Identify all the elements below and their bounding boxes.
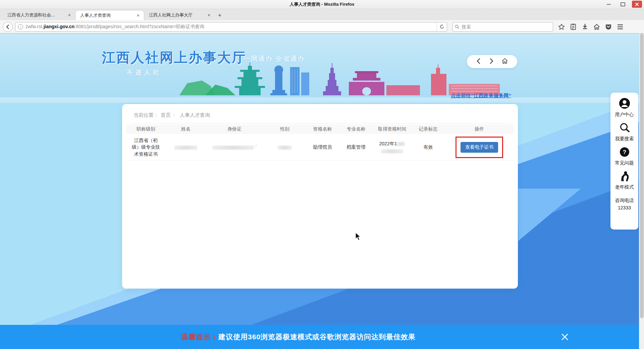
pocket-icon[interactable] [605,23,612,31]
column-header: 身份证 [206,126,263,132]
column-header: 资格名称 [307,126,338,132]
page-viewport: 江西人社网上办事大厅 一网通办 全省通办 不进人社 点击前往“江西政务服务网” … [0,34,644,349]
sidebar-item-elder-mode[interactable]: 老年模式 [615,170,634,190]
skyline-reflection [0,97,644,103]
sidebar-item-search[interactable]: 我要搜索 [615,122,634,142]
close-window-icon[interactable] [632,1,642,8]
sidebar-item-faq[interactable]: ? 常见问题 [615,146,634,166]
gov-portal-link[interactable]: 点击前往“江西政务服务网” [451,93,511,99]
red-highlight-box: 查看电子证书 [455,137,503,158]
tab-personnel-query[interactable]: 人事人才类查询 × [75,10,144,20]
banner-back-icon[interactable] [476,58,481,65]
hotline-label: 咨询电话 [615,197,634,204]
scrollbar-thumb[interactable] [640,34,644,318]
url-bar[interactable]: i zwfw.rst.jiangxi.gov.cn:8081/jxrsdt/pa… [15,22,447,32]
breadcrumb-label: 当前位置： [133,112,159,118]
redacted-gender [278,146,292,150]
firefox-window: 人事人才类查询 - Mozilla Firefox 江西省人力资源和社会... … [0,0,644,349]
title-level-value: 江西省（初级）级专业技术资格证书 [126,137,166,157]
site-banner: 江西人社网上办事大厅 一网通办 全省通办 不进人社 点击前往“江西政务服务网” [0,34,644,103]
notice-close-icon[interactable] [559,332,570,342]
bookmarks-library-icon[interactable] [570,23,577,31]
redacted-id-number [212,146,254,150]
date-cell: 2022年1 [374,141,411,154]
redacted-date-line2 [381,149,403,153]
major-value: 档案管理 [338,144,374,150]
sidebar-item-label: 我要搜索 [615,136,634,142]
column-header: 取得资格时间 [374,126,411,132]
gender-cell [263,145,307,150]
new-tab-button[interactable]: + [215,11,225,20]
column-header: 操作 [446,126,513,132]
window-title: 人事人才类查询 - Mozilla Firefox [290,1,355,7]
site-title: 江西人社网上办事大厅 [102,48,246,67]
mouse-cursor [355,232,362,241]
sidebar-item-user-center[interactable]: 用户中心 [615,97,634,118]
question-icon: ? [619,146,630,158]
divider [129,123,511,123]
bookmark-star-icon[interactable] [558,23,565,31]
column-header: 记录标志 [411,126,446,132]
site-info-icon[interactable]: i [18,24,23,30]
date-visible: 2022年1 [379,141,397,146]
tab-service-hall[interactable]: 江西人社网上办事大厅 × [144,10,215,20]
svg-text:?: ? [623,149,626,155]
page-scrollbar[interactable] [639,34,644,349]
toolbar-icons [558,23,624,31]
notice-body: 建议使用360浏览器极速模式或谷歌浏览器访问达到最佳效果 [218,333,416,341]
tab-close-icon[interactable]: × [67,12,72,18]
breadcrumb-home-link[interactable]: 首页 [161,112,171,118]
sidebar-item-label: 常见问题 [615,160,634,166]
search-icon [619,122,630,134]
window-controls [604,1,642,8]
banner-forward-icon[interactable] [489,58,494,65]
back-button[interactable] [3,22,13,32]
site-slogan: 一网通办 全省通办 [244,54,305,63]
redaction-mark: ·' [255,145,256,148]
name-cell [166,145,206,150]
status-value: 有效 [411,144,446,150]
table-row: 江西省（初级）级专业技术资格证书 ·' 助理馆员 档案管理 2022年1 有效 … [126,134,514,161]
minimize-icon[interactable] [604,1,614,8]
url-text: zwfw.rst.jiangxi.gov.cn:8081/jxrsdt/page… [25,24,437,30]
tab-strip: 江西省人力资源和社会... × 人事人才类查询 × 江西人社网上办事大厅 × + [0,9,644,20]
hotline-info: 咨询电话 12333 [615,197,634,212]
city-skyline-illustration [0,52,644,103]
view-certificate-button[interactable]: 查看电子证书 [461,142,498,153]
certificate-table: 职称级别 姓名 身份证 性别 资格名称 专业名称 取得资格时间 记录标志 操作 … [126,124,514,161]
menu-hamburger-icon[interactable] [616,23,624,31]
maximize-icon[interactable] [618,1,628,8]
notice-text: 温馨提示：建议使用360浏览器极速模式或谷歌浏览器访问达到最佳效果 [0,332,597,342]
sidebar-item-label: 老年模式 [615,184,634,190]
redacted-name [174,146,197,150]
home-icon[interactable] [593,23,600,31]
bottom-notice-bar: 温馨提示：建议使用360浏览器极速模式或谷歌浏览器访问达到最佳效果 [0,325,644,349]
floating-sidebar: 用户中心 我要搜索 ? 常见问题 老年模式 咨询电话 12333 [610,93,638,230]
tab-close-icon[interactable]: × [207,12,211,18]
query-result-card: 当前位置： 首页 〉 人事人才查询 职称级别 姓名 身份证 性别 资格名称 专业… [122,104,518,289]
user-icon [619,97,631,109]
notice-prefix: 温馨提示： [181,333,218,341]
search-input[interactable] [462,24,551,30]
window-titlebar: 人事人才类查询 - Mozilla Firefox [0,0,644,9]
breadcrumb-current: 人事人才查询 [180,112,210,118]
tab-close-icon[interactable]: × [136,13,141,18]
column-header: 性别 [263,126,307,132]
breadcrumb-separator: 〉 [173,112,178,118]
search-bar[interactable] [452,22,553,32]
tab-jiangxi-hr[interactable]: 江西省人力资源和社会... × [3,10,75,20]
site-subtitle: 不进人社 [127,68,162,77]
banner-home-icon[interactable] [501,58,508,66]
redacted-date-part [397,142,405,146]
table-header-row: 职称级别 姓名 身份证 性别 资格名称 专业名称 取得资格时间 记录标志 操作 [126,124,514,134]
sidebar-item-label: 用户中心 [615,112,634,118]
column-header: 姓名 [166,126,206,132]
search-icon [455,24,460,29]
downloads-icon[interactable] [581,23,589,31]
elder-icon [619,170,630,182]
hotline-number: 12333 [615,204,634,211]
id-cell: ·' [206,145,263,150]
column-header: 职称级别 [126,126,166,132]
reload-icon[interactable] [437,22,447,31]
column-header: 专业名称 [338,126,374,132]
